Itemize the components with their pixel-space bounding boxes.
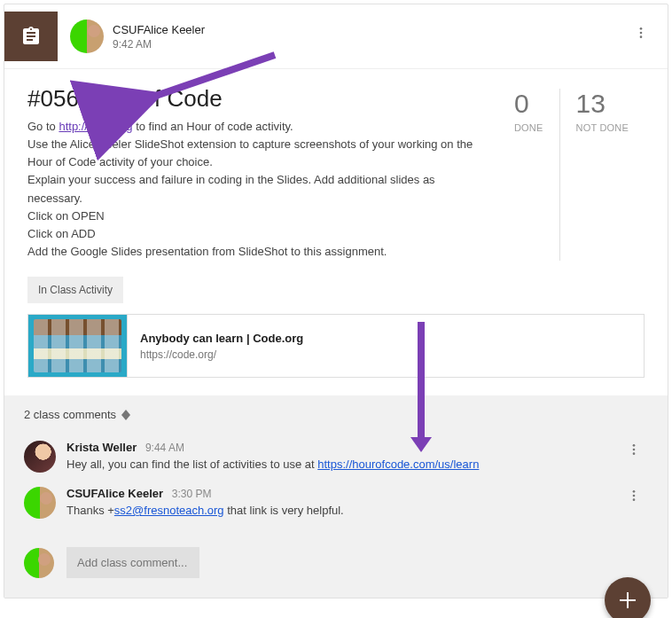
create-fab[interactable] (605, 577, 651, 618)
svg-point-7 (633, 495, 636, 497)
comment-body: CSUFAlice Keeler 3:30 PM Thanks +ss2@fre… (66, 487, 648, 519)
svg-point-4 (633, 449, 636, 451)
assignment-icon-box (4, 12, 58, 61)
attachment-card[interactable]: Anybody can learn | Code.org https://cod… (27, 314, 645, 378)
assignment-icon (20, 26, 42, 47)
code-org-link[interactable]: http://code.org (59, 120, 132, 133)
attachment-thumbnail (28, 314, 128, 378)
svg-point-5 (633, 452, 636, 455)
attachment-info: Anybody can learn | Code.org https://cod… (128, 332, 316, 361)
done-count: 0 (514, 89, 543, 119)
not-done-stat[interactable]: 13 NOT DONE (559, 89, 645, 261)
svg-point-1 (640, 32, 643, 35)
collapse-icon (121, 410, 130, 420)
self-avatar[interactable] (24, 548, 54, 578)
desc-text: Use the Alice Keeler SlideShot extension… (27, 137, 473, 168)
comment-menu-button[interactable] (623, 439, 645, 460)
comment-text-part: Thanks + (66, 504, 114, 517)
comment-header: Krista Weller 9:44 AM (66, 441, 621, 454)
svg-point-8 (633, 498, 636, 501)
header-text: CSUFAlice Keeler 9:42 AM (113, 23, 205, 51)
card-body: #056 Hour of Code Go to http://code.org … (4, 69, 668, 261)
comment-text: Thanks +ss2@fresnoteach.org that link is… (66, 504, 621, 517)
kebab-icon (634, 26, 648, 40)
comments-section: 2 class comments Krista Weller 9:44 AM H… (4, 395, 668, 538)
assignment-title: #056 Hour of Code (27, 85, 488, 113)
kebab-icon (627, 489, 641, 503)
svg-point-6 (633, 490, 636, 493)
svg-point-2 (640, 35, 643, 38)
comment-text-part: that link is very helpful. (224, 504, 344, 517)
not-done-count: 13 (576, 89, 629, 119)
author-name: CSUFAlice Keeler (113, 23, 205, 36)
comment-menu-button[interactable] (623, 485, 645, 506)
kebab-icon (627, 442, 641, 457)
desc-text: Add the Google Slides presentation from … (27, 245, 387, 258)
author-avatar[interactable] (70, 20, 104, 53)
comment-text-part: Hey all, you can find the list of activi… (66, 458, 317, 471)
comment-time: 9:44 AM (145, 442, 184, 454)
svg-point-3 (633, 444, 636, 447)
topic-chip[interactable]: In Class Activity (27, 277, 123, 303)
comment-header: CSUFAlice Keeler 3:30 PM (66, 487, 621, 500)
email-link[interactable]: ss2@fresnoteach.org (114, 504, 224, 517)
comment-author: CSUFAlice Keeler (66, 487, 163, 500)
status-panel: 0 DONE 13 NOT DONE (488, 85, 645, 261)
assignment-card: CSUFAlice Keeler 9:42 AM #056 Hour of Co… (4, 4, 668, 598)
assignment-description: Go to http://code.org to find an Hour of… (27, 118, 488, 261)
comment-text: Hey all, you can find the list of activi… (66, 458, 621, 471)
hourofcode-link[interactable]: https://hourofcode.com/us/learn (317, 458, 479, 471)
attachment-title: Anybody can learn | Code.org (140, 332, 303, 345)
card-header: CSUFAlice Keeler 9:42 AM (4, 4, 668, 68)
post-time: 9:42 AM (113, 38, 205, 51)
comments-header[interactable]: 2 class comments (24, 408, 648, 421)
comment-author: Krista Weller (66, 441, 137, 454)
post-menu-button[interactable] (630, 22, 652, 43)
commenter-avatar[interactable] (24, 441, 56, 473)
commenter-avatar[interactable] (24, 487, 56, 519)
desc-text: Click on OPEN (27, 209, 105, 223)
comments-count: 2 class comments (24, 408, 116, 421)
desc-text: to find an Hour of code activity. (133, 120, 293, 133)
not-done-label: NOT DONE (576, 122, 629, 133)
done-stat[interactable]: 0 DONE (498, 89, 559, 261)
done-label: DONE (514, 122, 543, 133)
attachment-url: https://code.org/ (140, 348, 303, 361)
desc-text: Go to (27, 120, 59, 133)
comment-item: CSUFAlice Keeler 3:30 PM Thanks +ss2@fre… (24, 480, 648, 526)
comment-item: Krista Weller 9:44 AM Hey all, you can f… (24, 434, 648, 480)
comment-body: Krista Weller 9:44 AM Hey all, you can f… (66, 441, 648, 473)
add-comment-row (4, 538, 668, 598)
post-content: #056 Hour of Code Go to http://code.org … (27, 85, 488, 261)
comment-time: 3:30 PM (172, 488, 212, 500)
svg-point-0 (640, 27, 643, 30)
desc-text: Click on ADD (27, 227, 96, 240)
desc-text: Explain your success and failure in codi… (27, 173, 435, 204)
add-comment-input[interactable] (66, 547, 199, 578)
